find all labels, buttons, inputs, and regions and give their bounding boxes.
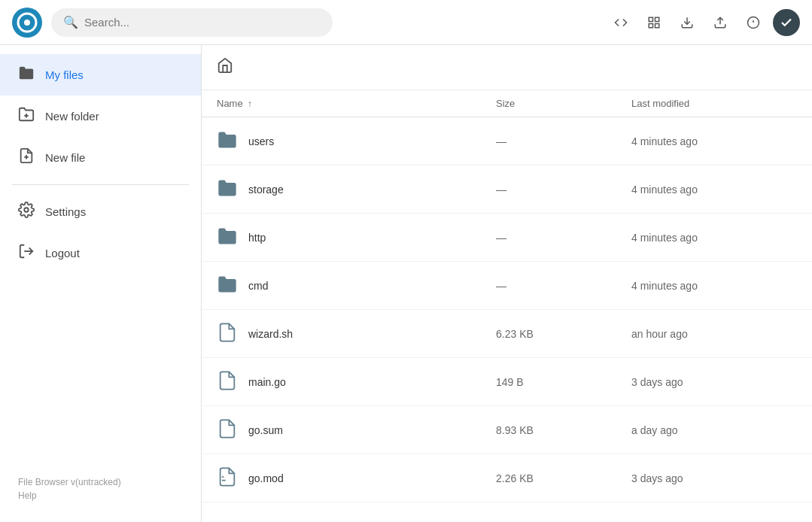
cell-name: go.sum	[217, 418, 496, 442]
cell-modified: 4 minutes ago	[631, 280, 797, 292]
sidebar-item-new-file[interactable]: New file	[0, 137, 201, 178]
cell-name: users	[217, 129, 496, 153]
cell-name: cmd	[217, 274, 496, 297]
cell-modified: 4 minutes ago	[631, 184, 797, 196]
search-input[interactable]	[84, 16, 321, 29]
sidebar-item-logout[interactable]: Logout	[0, 232, 201, 274]
header-actions	[607, 9, 800, 36]
sidebar-item-settings[interactable]: Settings	[0, 191, 201, 232]
file-icon	[217, 370, 238, 393]
table-row[interactable]: go.sum 8.93 KB a day ago	[202, 406, 812, 454]
column-size: Size	[496, 98, 631, 109]
sidebar-item-label: New file	[45, 151, 85, 164]
file-icon	[217, 322, 238, 345]
table-row[interactable]: users — 4 minutes ago	[202, 117, 812, 165]
svg-point-2	[24, 20, 30, 26]
code-view-button[interactable]	[607, 9, 634, 36]
cell-size: 6.23 KB	[496, 328, 631, 340]
svg-point-16	[24, 208, 29, 212]
cell-size: —	[496, 184, 631, 196]
logo[interactable]	[12, 8, 42, 38]
info-button[interactable]	[740, 9, 767, 36]
file-rows-container: users — 4 minutes ago storage — 4 minute…	[202, 117, 812, 502]
file-name: users	[248, 135, 274, 147]
cell-size: —	[496, 280, 631, 292]
search-icon: 🔍	[63, 15, 78, 29]
file-name: go.sum	[248, 424, 283, 436]
file-name: http	[248, 232, 266, 244]
sidebar-item-label: Settings	[45, 205, 86, 218]
file-name: main.go	[248, 376, 286, 388]
table-row[interactable]: storage — 4 minutes ago	[202, 165, 812, 214]
new-folder-icon	[18, 106, 35, 126]
folder-icon	[217, 274, 238, 297]
sidebar: My files New folder New f	[0, 45, 202, 522]
upload-button[interactable]	[707, 9, 734, 36]
folder-icon	[217, 226, 238, 249]
file-name: wizard.sh	[248, 328, 293, 340]
sidebar-footer: File Browser v(untracked) Help	[0, 468, 201, 513]
svg-rect-5	[649, 23, 652, 27]
header: 🔍	[0, 0, 812, 45]
file-name: go.mod	[248, 472, 284, 484]
search-bar: 🔍	[51, 8, 333, 37]
sidebar-item-my-files[interactable]: My files	[0, 54, 201, 96]
table-row[interactable]: main.go 149 B 3 days ago	[202, 358, 812, 406]
file-table: Name ↑ Size Last modified users — 4 minu…	[202, 90, 812, 522]
file-icon	[217, 418, 238, 442]
svg-rect-4	[655, 17, 659, 21]
sidebar-item-new-folder[interactable]: New folder	[0, 96, 201, 137]
cell-modified: an hour ago	[631, 328, 797, 340]
table-row[interactable]: cmd — 4 minutes ago	[202, 262, 812, 310]
grid-view-button[interactable]	[640, 9, 668, 36]
table-row[interactable]: http — 4 minutes ago	[202, 214, 812, 262]
cell-modified: 3 days ago	[631, 472, 797, 484]
folder-icon	[217, 178, 238, 201]
cell-size: 2.26 KB	[496, 472, 631, 484]
breadcrumb-bar	[202, 45, 812, 90]
svg-rect-6	[655, 23, 659, 27]
sort-arrow-icon: ↑	[248, 99, 252, 109]
new-file-icon	[18, 147, 35, 168]
cell-modified: 3 days ago	[631, 376, 797, 388]
svg-rect-3	[649, 17, 652, 21]
cell-size: 149 B	[496, 376, 631, 388]
cell-name: storage	[217, 178, 496, 201]
sidebar-item-label: New folder	[45, 110, 99, 123]
column-modified: Last modified	[631, 98, 797, 109]
column-name[interactable]: Name ↑	[217, 98, 496, 109]
settings-icon	[18, 202, 35, 222]
sidebar-item-label: My files	[45, 68, 84, 81]
download-button[interactable]	[674, 9, 701, 36]
cell-name: go.mod	[217, 466, 496, 490]
select-all-button[interactable]	[773, 9, 800, 36]
cell-name: main.go	[217, 370, 496, 393]
cell-name: http	[217, 226, 496, 249]
help-link[interactable]: Help	[18, 490, 183, 501]
main-layout: My files New folder New f	[0, 45, 812, 522]
sidebar-item-label: Logout	[45, 247, 80, 259]
content-area: Name ↑ Size Last modified users — 4 minu…	[202, 45, 812, 522]
cell-size: —	[496, 232, 631, 244]
cell-size: —	[496, 135, 631, 147]
cell-modified: a day ago	[631, 424, 797, 436]
sidebar-divider	[12, 184, 189, 185]
file-name: storage	[248, 184, 284, 196]
table-row[interactable]: go.mod 2.26 KB 3 days ago	[202, 454, 812, 502]
cell-size: 8.93 KB	[496, 424, 631, 436]
home-icon[interactable]	[217, 57, 233, 77]
version-text: File Browser v(untracked)	[18, 477, 183, 487]
cell-modified: 4 minutes ago	[631, 232, 797, 244]
file-name: cmd	[248, 280, 268, 292]
file-icon	[217, 466, 238, 490]
cell-name: wizard.sh	[217, 322, 496, 345]
logout-icon	[18, 243, 35, 263]
table-row[interactable]: wizard.sh 6.23 KB an hour ago	[202, 310, 812, 358]
cell-modified: 4 minutes ago	[631, 135, 797, 147]
table-header: Name ↑ Size Last modified	[202, 90, 812, 117]
folder-icon	[217, 129, 238, 153]
folder-icon	[18, 65, 35, 85]
